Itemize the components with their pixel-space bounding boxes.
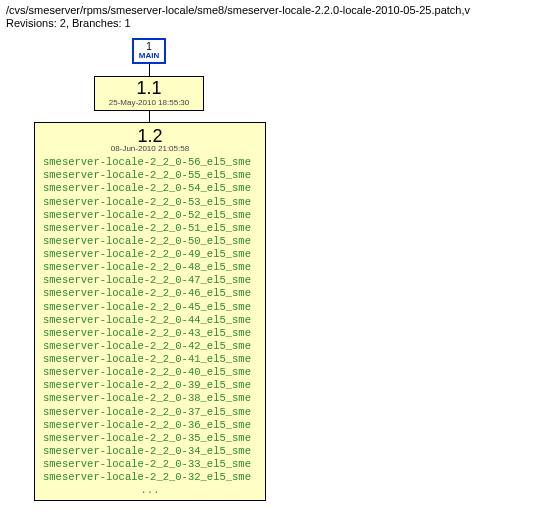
tag-item: smeserver-locale-2_2_0-46_el5_sme — [43, 287, 257, 300]
tag-item: smeserver-locale-2_2_0-32_el5_sme — [43, 471, 257, 484]
tag-item: smeserver-locale-2_2_0-47_el5_sme — [43, 274, 257, 287]
tag-item: smeserver-locale-2_2_0-43_el5_sme — [43, 327, 257, 340]
branch-main-label: MAIN — [138, 52, 160, 60]
tag-item: smeserver-locale-2_2_0-33_el5_sme — [43, 458, 257, 471]
tag-item: smeserver-locale-2_2_0-53_el5_sme — [43, 196, 257, 209]
tag-item: smeserver-locale-2_2_0-50_el5_sme — [43, 235, 257, 248]
tag-item: smeserver-locale-2_2_0-37_el5_sme — [43, 406, 257, 419]
tag-item: smeserver-locale-2_2_0-38_el5_sme — [43, 392, 257, 405]
tag-item: smeserver-locale-2_2_0-39_el5_sme — [43, 379, 257, 392]
tag-item: smeserver-locale-2_2_0-34_el5_sme — [43, 445, 257, 458]
revision-graph: 1 MAIN 1.1 25-May-2010 18:55:30 1.2 08-J… — [6, 32, 554, 522]
revision-1-2-tags: smeserver-locale-2_2_0-56_el5_smesmeserv… — [43, 156, 257, 484]
revision-1-1-date: 25-May-2010 18:55:30 — [99, 99, 199, 108]
tag-item: smeserver-locale-2_2_0-55_el5_sme — [43, 169, 257, 182]
tag-item: smeserver-locale-2_2_0-44_el5_sme — [43, 314, 257, 327]
tag-item: smeserver-locale-2_2_0-40_el5_sme — [43, 366, 257, 379]
tag-item: smeserver-locale-2_2_0-51_el5_sme — [43, 222, 257, 235]
revision-1-2-ellipsis: ... — [43, 485, 257, 496]
revision-1-1-number: 1.1 — [99, 79, 199, 99]
tag-item: smeserver-locale-2_2_0-41_el5_sme — [43, 353, 257, 366]
revisions-meta: Revisions: 2, Branches: 1 — [6, 17, 554, 30]
tag-item: smeserver-locale-2_2_0-49_el5_sme — [43, 248, 257, 261]
revision-1-2-number: 1.2 — [43, 127, 257, 145]
tag-item: smeserver-locale-2_2_0-52_el5_sme — [43, 209, 257, 222]
branch-main[interactable]: 1 MAIN — [132, 38, 166, 64]
tag-item: smeserver-locale-2_2_0-35_el5_sme — [43, 432, 257, 445]
tag-item: smeserver-locale-2_2_0-48_el5_sme — [43, 261, 257, 274]
tag-item: smeserver-locale-2_2_0-45_el5_sme — [43, 301, 257, 314]
tag-item: smeserver-locale-2_2_0-56_el5_sme — [43, 156, 257, 169]
tag-item: smeserver-locale-2_2_0-42_el5_sme — [43, 340, 257, 353]
revision-1-2-date: 08-Jun-2010 21:05:58 — [43, 145, 257, 154]
revision-1-2[interactable]: 1.2 08-Jun-2010 21:05:58 smeserver-local… — [34, 122, 266, 500]
file-path: /cvs/smeserver/rpms/smeserver-locale/sme… — [6, 4, 554, 17]
tag-item: smeserver-locale-2_2_0-36_el5_sme — [43, 419, 257, 432]
tag-item: smeserver-locale-2_2_0-54_el5_sme — [43, 182, 257, 195]
line-main-to-1-1 — [149, 64, 150, 76]
revision-1-1[interactable]: 1.1 25-May-2010 18:55:30 — [94, 76, 204, 111]
